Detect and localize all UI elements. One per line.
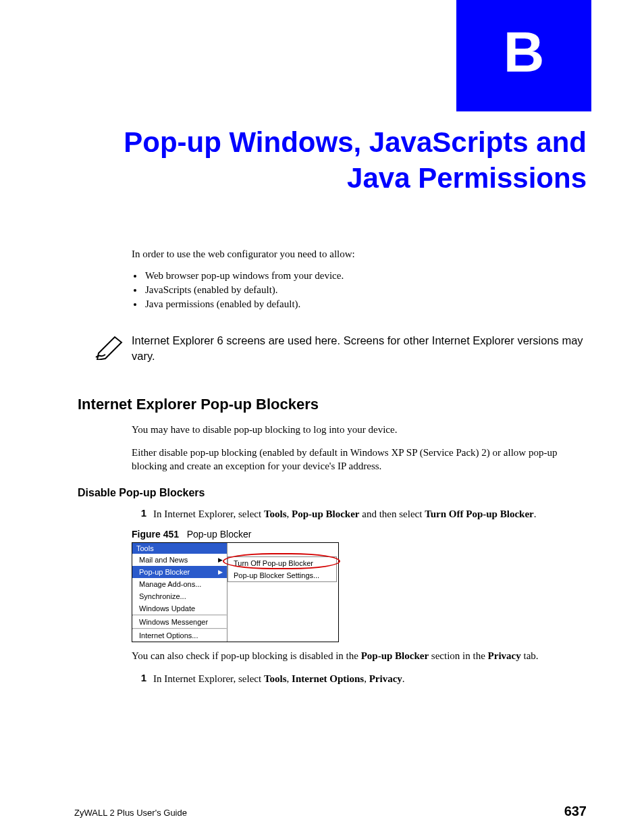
step-number: 1	[132, 507, 146, 521]
menu-item: Mail and News▶	[132, 554, 227, 566]
section-paragraph: You may have to disable pop-up blocking …	[132, 423, 587, 436]
figure-label: Figure 451	[132, 529, 179, 540]
menu-item-selected: Pop-up Blocker▶	[132, 566, 227, 578]
intro-list-item: Web browser pop-up windows from your dev…	[144, 270, 587, 282]
step-row: 1 In Internet Explorer, select Tools, In…	[132, 672, 587, 685]
menu-item: Synchronize...	[132, 590, 227, 602]
appendix-tab: B	[456, 0, 591, 111]
popup-submenu: Turn Off Pop-up Blocker Pop-up Blocker S…	[227, 556, 337, 582]
intro-list: Web browser pop-up windows from your dev…	[144, 270, 587, 310]
figure-caption: Figure 451 Pop-up Blocker	[132, 529, 587, 540]
footer-page-number: 637	[564, 804, 587, 819]
menu-item: Internet Options...	[132, 629, 227, 642]
menu-item: Windows Messenger	[132, 616, 227, 628]
tools-menu: Tools Mail and News▶ Pop-up Blocker▶ Man…	[132, 543, 227, 642]
step-body: In Internet Explorer, select Tools, Pop-…	[153, 507, 587, 521]
submenu-item: Turn Off Pop-up Blocker	[228, 557, 336, 569]
submenu-item: Pop-up Blocker Settings...	[228, 569, 336, 581]
menu-item: Windows Update	[132, 602, 227, 615]
section-paragraph: Either disable pop-up blocking (enabled …	[132, 446, 587, 473]
section-heading: Internet Explorer Pop-up Blockers	[78, 396, 587, 413]
note-text: Internet Explorer 6 screens are used her…	[132, 333, 587, 363]
page-title: Pop-up Windows, JavaScripts and Java Per…	[74, 125, 587, 196]
intro-paragraph: In order to use the web configurator you…	[132, 247, 587, 261]
subsection-heading: Disable Pop-up Blockers	[78, 487, 587, 499]
figure-screenshot: Tools Mail and News▶ Pop-up Blocker▶ Man…	[132, 542, 339, 642]
after-figure-paragraph: You can also check if pop-up blocking is…	[132, 649, 587, 662]
step-body: In Internet Explorer, select Tools, Inte…	[153, 672, 587, 685]
figure-title: Pop-up Blocker	[187, 529, 252, 540]
step-number: 1	[132, 672, 146, 685]
intro-list-item: JavaScripts (enabled by default).	[144, 284, 587, 296]
menu-item: Manage Add-ons...	[132, 578, 227, 590]
page-footer: ZyWALL 2 Plus User's Guide 637	[74, 804, 587, 819]
note-pencil-icon	[95, 333, 132, 360]
submenu-arrow-icon: ▶	[218, 556, 223, 563]
main-content: In order to use the web configurator you…	[132, 247, 587, 692]
intro-list-item: Java permissions (enabled by default).	[144, 298, 587, 310]
footer-guide-title: ZyWALL 2 Plus User's Guide	[74, 808, 187, 818]
note-block: Internet Explorer 6 screens are used her…	[95, 325, 587, 373]
appendix-letter: B	[504, 20, 545, 85]
step-row: 1 In Internet Explorer, select Tools, Po…	[132, 507, 587, 521]
menu-header: Tools	[132, 543, 227, 554]
submenu-arrow-icon: ▶	[218, 569, 223, 575]
